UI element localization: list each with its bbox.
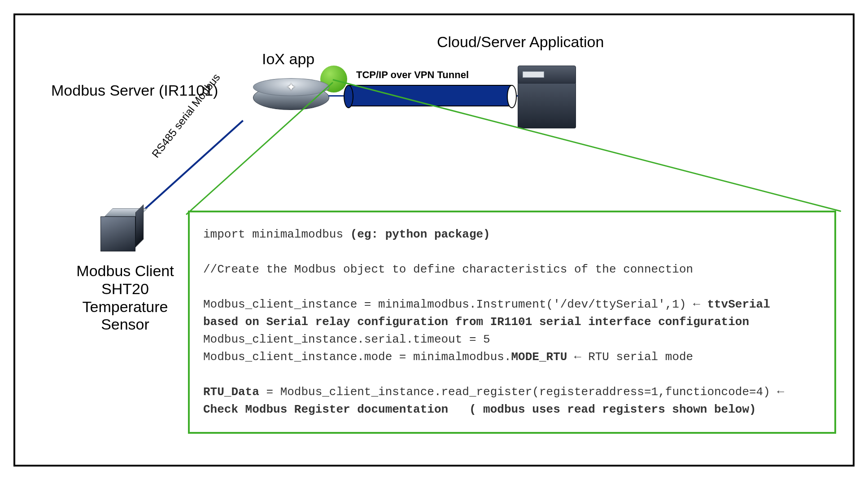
modbus-client-label-3: Temperature Sensor [60,298,190,333]
rs485-line [129,120,244,223]
code-bold: (eg: python package) [350,228,490,241]
diagram-frame: Cloud/Server Application IoX app Modbus … [13,13,855,467]
code-bold: RTU_Data [203,385,259,399]
tcp-vpn-label: TCP/IP over VPN Tunnel [356,69,469,81]
modbus-client-label-2: SHT20 [60,280,190,298]
sensor-icon [100,208,143,251]
code-line: Modbus_client_instance.mode = minimalmod… [203,350,511,364]
iox-app-label: IoX app [262,50,314,68]
code-line: = Modbus_client_instance.read_register(r… [259,385,777,399]
code-bold: ← ttvSerial [693,298,770,311]
code-line: Modbus_client_instance.serial.timeout = … [203,333,490,346]
code-bold: ← [777,385,784,399]
server-icon [518,66,576,128]
router-icon: ✦ [253,78,329,110]
code-line: //Create the Modbus object to define cha… [203,263,693,276]
code-line: ← RTU serial mode [567,350,693,364]
code-line: Modbus_client_instance = minimalmodbus.I… [203,298,693,311]
code-line: import minimalmodbus [203,228,350,241]
code-bold: Check Modbus Register documentation ( mo… [203,403,756,416]
code-bold: based on Serial relay configuration from… [203,315,749,329]
vpn-tunnel-icon [347,85,513,106]
code-bold: MODE_RTU [511,350,567,364]
cloud-server-label: Cloud/Server Application [437,33,604,51]
code-snippet-box: import minimalmodbus (eg: python package… [188,211,836,434]
callout-line-right [333,79,841,212]
modbus-client-label-1: Modbus Client [60,262,190,280]
